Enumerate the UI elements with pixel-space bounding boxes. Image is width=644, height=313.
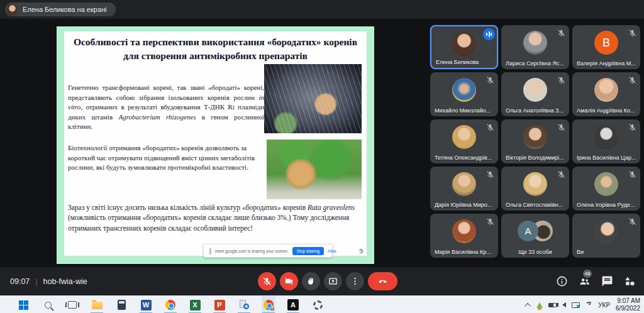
- taskbar-clock[interactable]: 9:07 AM 6/9/2022: [616, 297, 640, 313]
- participant-name: Ольга Святославівн...: [506, 202, 565, 208]
- start-button[interactable]: [16, 296, 30, 313]
- word-button[interactable]: W: [139, 296, 153, 313]
- chrome-icon: [165, 300, 175, 310]
- participant-tile[interactable]: Лариса Сергіївна Яс...: [501, 25, 569, 69]
- mic-off-icon: [628, 170, 636, 178]
- excel-button[interactable]: X: [188, 296, 202, 313]
- participant-name: Тетяна Олександрів...: [435, 155, 494, 161]
- end-call-button[interactable]: [368, 272, 397, 290]
- file-explorer-button[interactable]: [90, 296, 104, 313]
- mic-off-icon: [557, 75, 565, 84]
- mic-off-icon: [486, 75, 494, 84]
- avatar: [523, 31, 547, 55]
- participant-tile[interactable]: Михайло Миколайо...: [430, 72, 498, 116]
- slide-paragraph-1: Генетично трансформовані корені, так зва…: [68, 83, 264, 132]
- participant-tile[interactable]: Амалія Андріївна Ко...: [572, 72, 640, 116]
- powerpoint-button[interactable]: P: [213, 296, 226, 313]
- avatar: [594, 78, 618, 102]
- meet-control-bar: 09:07 | hob-fwia-wie 48: [0, 267, 644, 295]
- mic-off-button[interactable]: [258, 272, 276, 290]
- participant-tile[interactable]: Ірина Василівна Цар...: [572, 119, 640, 163]
- avatar-initial: A: [518, 221, 538, 241]
- avatar: [452, 78, 476, 102]
- more-participants-tile[interactable]: A Ще 33 особи: [501, 214, 569, 258]
- self-view-tile[interactable]: Ви: [572, 214, 640, 258]
- meeting-details-icon[interactable]: [555, 275, 569, 288]
- wifi-icon[interactable]: [586, 302, 592, 309]
- separator: |: [35, 277, 37, 286]
- calculator-icon: [118, 300, 126, 310]
- hidden-icons-chevron-icon[interactable]: [525, 302, 531, 309]
- slide-paragraph-2: Біотехнології отримання «бородатих» коре…: [68, 143, 257, 173]
- presenting-banner[interactable]: Елена Беликова на екрані: [5, 3, 116, 16]
- shared-screen-stage: Особливості та перспективи використання …: [0, 19, 644, 267]
- present-screen-button[interactable]: [324, 272, 342, 290]
- chat-panel-icon[interactable]: [601, 275, 614, 288]
- activities-icon[interactable]: [623, 275, 636, 288]
- participant-name: Ви: [577, 249, 636, 255]
- language-indicator[interactable]: УКР: [598, 302, 610, 309]
- slide-paragraph-1-text: Генетично трансформовані корені, так зва…: [68, 84, 264, 101]
- slide-photo-petri-dish-roots: [264, 64, 362, 133]
- mic-off-icon: [486, 217, 494, 225]
- battery-icon[interactable]: [548, 303, 557, 307]
- avatar: [594, 172, 618, 196]
- participants-count-badge: 48: [583, 270, 592, 278]
- taskbar-search-button[interactable]: [41, 296, 55, 313]
- participant-tile[interactable]: Марія Василівна Кр...: [430, 214, 498, 258]
- stacked-avatars: A: [518, 221, 553, 242]
- participant-tile[interactable]: Олена Ігорівна Руде...: [572, 167, 640, 211]
- a-app-button[interactable]: A: [286, 296, 300, 313]
- presenting-banner-label: Елена Беликова на екрані: [23, 6, 107, 13]
- meeting-code: hob-fwia-wie: [43, 277, 87, 286]
- share-message: meet.google.com is sharing your screen.: [215, 249, 289, 253]
- slide-paragraph-3-text: Зараз у світі існує досить низька кількі…: [68, 204, 308, 211]
- presentation-slide: Особливості та перспективи використання …: [57, 26, 374, 264]
- participant-name: Олена Ігорівна Руде...: [577, 202, 636, 208]
- powerpoint-icon: P: [214, 300, 225, 310]
- hide-link[interactable]: Hide: [328, 249, 336, 253]
- folder-icon: [92, 302, 103, 309]
- slide-latin-term: Agrobacterium rhizogenes: [118, 113, 196, 121]
- task-view-button[interactable]: [65, 296, 79, 313]
- mic-off-icon: [486, 170, 494, 178]
- taskbar-icons: W X P A: [16, 296, 325, 313]
- more-options-button[interactable]: [346, 272, 364, 290]
- slide-paragraph-3: Зараз у світі існує досить низька кількі…: [68, 202, 366, 233]
- calculator-button[interactable]: [114, 296, 128, 313]
- more-participants-label: Ще 33 особи: [501, 249, 569, 255]
- stop-sharing-button[interactable]: Stop sharing: [292, 247, 325, 255]
- participant-tile[interactable]: Ольга Святославівн...: [501, 167, 569, 211]
- participant-tile[interactable]: Дарія Юріївна Миро...: [430, 167, 498, 211]
- presenter-avatar: [7, 4, 18, 15]
- participant-tile[interactable]: В Валерія Андріївна М...: [572, 25, 640, 69]
- participant-tile[interactable]: Елена Беликова: [430, 25, 498, 69]
- camera-off-button[interactable]: [280, 272, 298, 290]
- call-controls: [258, 272, 397, 290]
- participant-name: Лариса Сергіївна Яс...: [506, 60, 565, 67]
- slide-photo-green-culture: [267, 140, 362, 199]
- word-icon: W: [141, 300, 152, 310]
- chrome-profile-button[interactable]: [262, 296, 275, 313]
- settings-button[interactable]: [311, 296, 325, 313]
- update-tray-icon[interactable]: [536, 302, 543, 308]
- participants-panel-icon[interactable]: 48: [578, 275, 591, 288]
- participant-tile[interactable]: Вікторія Володимирі...: [501, 119, 569, 163]
- avatar: [452, 32, 476, 56]
- slide-paragraph-3-text: (можливість отримання «бородатих» корені…: [68, 214, 349, 231]
- participant-tile[interactable]: Ольга Анатоліївна З...: [501, 72, 569, 116]
- slide-latin-term: Ruta graveolens: [308, 204, 355, 211]
- screen-share-notification: ▐ meet.google.com is sharing your screen…: [203, 244, 333, 258]
- document-viewer-button[interactable]: [237, 296, 251, 313]
- raise-hand-button[interactable]: [302, 272, 320, 290]
- participant-name: Валерія Андріївна М...: [577, 60, 636, 67]
- participant-name: Дарія Юріївна Миро...: [435, 202, 494, 208]
- display-cast-icon[interactable]: [572, 302, 580, 308]
- slide-content: Особливості та перспективи використання …: [64, 31, 367, 256]
- participant-tile[interactable]: Тетяна Олександрів...: [430, 119, 498, 163]
- mic-off-icon: [628, 123, 636, 131]
- chrome-button[interactable]: [164, 296, 177, 313]
- meet-top-bar: Елена Беликова на екрані: [0, 0, 644, 19]
- system-tray: УКР 9:07 AM 6/9/2022: [526, 296, 640, 313]
- volume-icon[interactable]: [562, 302, 566, 307]
